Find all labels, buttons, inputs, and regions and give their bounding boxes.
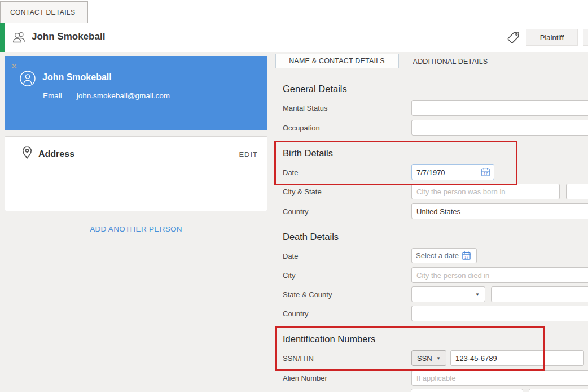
contact-name-title: John Smokeball xyxy=(32,31,105,42)
svg-text:17: 17 xyxy=(464,255,469,259)
birth-details-title: Birth Details xyxy=(283,148,333,159)
partial-input-right[interactable] xyxy=(529,389,588,392)
chevron-down-icon: ▼ xyxy=(436,356,441,361)
birth-date-calendar-icon[interactable]: 17 xyxy=(481,167,490,177)
ssn-type-value: SSN xyxy=(417,354,432,363)
address-card-title: Address xyxy=(38,149,74,159)
death-county-input[interactable] xyxy=(491,286,588,302)
death-city-label: City xyxy=(283,271,295,280)
death-city-input[interactable] xyxy=(411,267,588,283)
address-edit-link[interactable]: EDIT xyxy=(239,150,258,159)
death-country-input[interactable] xyxy=(411,306,588,321)
header-extra-button[interactable] xyxy=(583,29,588,46)
birth-city-state-label: City & State xyxy=(283,188,322,196)
alien-number-label: Alien Number xyxy=(283,374,327,382)
tag-icon[interactable] xyxy=(506,30,521,45)
email-value: john.smokeball@gmail.com xyxy=(77,92,170,100)
occupation-label: Occupation xyxy=(283,124,320,132)
birth-city-input[interactable] xyxy=(411,184,560,199)
svg-text:17: 17 xyxy=(484,172,488,176)
email-label: Email xyxy=(43,92,62,100)
contact-details-window: CONTACT DETAILS John Smokeball Plaintiff xyxy=(0,0,588,392)
address-card: Address EDIT xyxy=(5,136,267,211)
close-icon[interactable]: ✕ xyxy=(10,62,19,71)
document-tabstrip: CONTACT DETAILS xyxy=(0,0,588,23)
chevron-down-icon: ▼ xyxy=(475,292,480,297)
death-date-placeholder: Select a date xyxy=(416,251,459,260)
person-circle-icon xyxy=(19,70,36,87)
ssn-itin-label: SSN/ITIN xyxy=(283,354,314,363)
contact-header: John Smokeball Plaintiff xyxy=(0,23,588,52)
death-date-picker[interactable]: Select a date 17 xyxy=(411,248,477,263)
add-another-person-link[interactable]: ADD ANOTHER PERSON xyxy=(5,225,267,233)
tab-contact-details[interactable]: CONTACT DETAILS xyxy=(0,1,88,23)
contacts-people-icon xyxy=(12,30,27,45)
panel-divider xyxy=(274,52,274,392)
death-country-label: Country xyxy=(283,310,309,318)
location-pin-icon xyxy=(19,145,35,163)
person-card-name: John Smokeball xyxy=(42,72,112,82)
ssn-type-select[interactable]: SSN ▼ xyxy=(411,350,446,366)
person-card-email-row: Emailjohn.smokeball@gmail.com xyxy=(43,92,170,100)
marital-status-label: Marital Status xyxy=(283,104,327,112)
marital-status-input[interactable] xyxy=(411,100,588,116)
death-state-county-label: State & County xyxy=(283,290,332,299)
birth-country-label: Country xyxy=(283,207,309,216)
person-summary-card[interactable]: ✕ John Smokeball Emailjohn.smokeball@gma… xyxy=(5,56,267,130)
ssn-value-input[interactable] xyxy=(450,350,584,366)
role-plaintiff-button[interactable]: Plaintiff xyxy=(526,29,578,46)
tab-additional-details-label: ADDITIONAL DETAILS xyxy=(413,58,488,66)
birth-state-input[interactable] xyxy=(566,184,588,199)
tab-contact-details-label: CONTACT DETAILS xyxy=(10,8,75,16)
birth-country-input[interactable] xyxy=(411,203,588,219)
role-plaintiff-label: Plaintiff xyxy=(540,33,564,42)
tab-name-contact-details[interactable]: NAME & CONTACT DETAILS xyxy=(275,54,398,68)
death-date-label: Date xyxy=(283,252,298,260)
tab-additional-details[interactable]: ADDITIONAL DETAILS xyxy=(398,54,502,68)
main-area: ✕ John Smokeball Emailjohn.smokeball@gma… xyxy=(0,52,588,392)
birth-date-label: Date xyxy=(283,168,298,177)
death-state-select[interactable]: ▼ xyxy=(411,286,485,302)
tab-name-contact-details-label: NAME & CONTACT DETAILS xyxy=(289,57,385,65)
partial-input-left[interactable] xyxy=(411,389,523,392)
death-date-calendar-icon: 17 xyxy=(462,251,471,260)
death-details-title: Death Details xyxy=(283,232,339,242)
occupation-input[interactable] xyxy=(411,120,588,136)
green-accent-bar xyxy=(0,23,5,52)
identification-numbers-title: Identification Numbers xyxy=(283,334,375,345)
alien-number-input[interactable] xyxy=(411,370,588,386)
general-details-title: General Details xyxy=(283,84,347,94)
